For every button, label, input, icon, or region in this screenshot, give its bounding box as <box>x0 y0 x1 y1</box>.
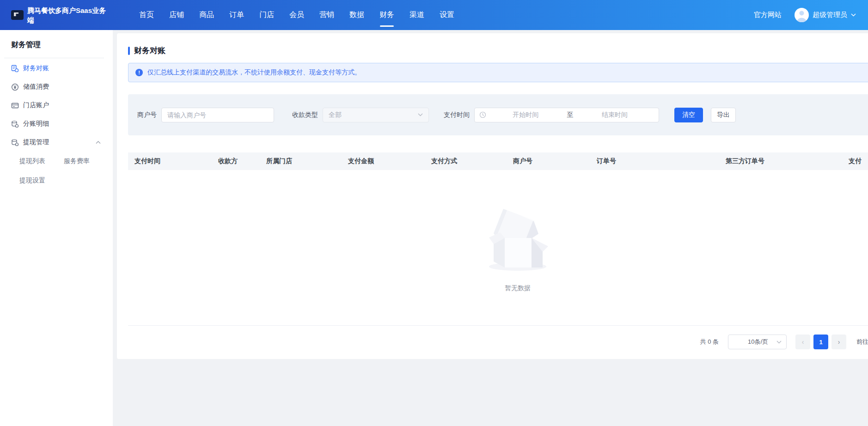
col-store: 所属门店 <box>260 157 342 165</box>
nav-item-product[interactable]: 商品 <box>199 0 214 30</box>
nav-item-settings[interactable]: 设置 <box>440 0 454 30</box>
info-icon: ! <box>135 69 143 76</box>
table: 支付时间 收款方 所属门店 支付金额 支付方式 商户号 订单号 第三方订单号 支… <box>128 135 868 170</box>
empty-text: 暂无数据 <box>505 284 531 292</box>
divider <box>4 58 104 58</box>
start-time-placeholder[interactable]: 开始时间 <box>486 111 565 119</box>
sidebar-subitem-withdraw-settings[interactable]: 提现设置 <box>19 176 64 185</box>
top-navbar: 腾马餐饮多商户Saas业务端 首页 店铺 商品 订单 门店 会员 营销 数据 财… <box>0 0 868 30</box>
sidebar-item-withdraw[interactable]: 提现管理 <box>0 133 113 152</box>
pay-time-range-picker[interactable]: 开始时间 至 结束时间 <box>474 108 659 122</box>
submenu-row: 提现设置 <box>0 171 113 190</box>
avatar <box>795 8 809 22</box>
col-pay-method: 支付方式 <box>425 157 507 165</box>
submenu-row: 提现列表 服务费率 <box>0 152 113 171</box>
nav-item-store[interactable]: 门店 <box>259 0 274 30</box>
col-amount: 支付金额 <box>342 157 425 165</box>
nav-item-data[interactable]: 数据 <box>349 0 364 30</box>
nav-item-shop[interactable]: 店铺 <box>169 0 184 30</box>
pagination-total: 共 0 条 <box>700 338 719 346</box>
export-button[interactable]: 导出 <box>711 108 736 122</box>
goto-label: 前往 <box>856 338 868 346</box>
sidebar-subitem-service-rate[interactable]: 服务费率 <box>64 157 108 165</box>
type-label: 收款类型 <box>292 111 318 119</box>
pagination: 共 0 条 10条/页 ‹ 1 › 前往 页 <box>128 326 868 358</box>
navbar-right: 官方网站 超级管理员 <box>754 0 856 30</box>
page-size-select[interactable]: 10条/页 <box>728 335 787 349</box>
col-merchant-no: 商户号 <box>507 157 590 165</box>
col-third-party-order-no: 第三方订单号 <box>719 157 842 165</box>
sidebar-item-reconciliation[interactable]: 财务对账 <box>0 59 113 78</box>
page-title-row: 财务对账 <box>128 45 868 56</box>
chevron-up-icon <box>96 141 101 144</box>
yen-circle-icon <box>11 83 19 91</box>
prev-page-button[interactable]: ‹ <box>795 335 810 349</box>
table-header-row: 支付时间 收款方 所属门店 支付金额 支付方式 商户号 订单号 第三方订单号 支… <box>128 152 868 170</box>
main-nav: 首页 店铺 商品 订单 门店 会员 营销 数据 财务 渠道 设置 <box>139 0 454 30</box>
official-site-link[interactable]: 官方网站 <box>754 11 782 19</box>
app-title: 腾马餐饮多商户Saas业务端 <box>27 6 113 25</box>
sidebar-item-label: 分账明细 <box>23 120 49 128</box>
sidebar-item-label: 门店账户 <box>23 101 49 110</box>
col-payee: 收款方 <box>212 157 260 165</box>
nav-item-finance[interactable]: 财务 <box>379 0 394 30</box>
nav-item-order[interactable]: 订单 <box>229 0 244 30</box>
bank-card-icon <box>11 102 19 110</box>
chevron-down-icon <box>851 13 856 17</box>
sidebar-title: 财务管理 <box>0 40 113 50</box>
nav-item-member[interactable]: 会员 <box>289 0 304 30</box>
page-title: 财务对账 <box>134 45 165 56</box>
range-separator: 至 <box>565 111 575 119</box>
end-time-placeholder[interactable]: 结束时间 <box>575 111 654 119</box>
table-empty-state: 暂无数据 <box>128 170 868 326</box>
sidebar-item-stored-value[interactable]: 储值消费 <box>0 78 113 96</box>
filter-panel: 商户号 收款类型 全部 支付时间 开始时间 至 <box>128 94 868 135</box>
sidebar-item-split-detail[interactable]: 分账明细 <box>0 115 113 133</box>
next-page-button[interactable]: › <box>831 335 846 349</box>
merchant-label: 商户号 <box>137 111 157 119</box>
coins-icon <box>11 120 19 128</box>
merchant-input[interactable] <box>161 108 274 122</box>
person-icon <box>795 8 809 22</box>
page-size-value: 10条/页 <box>740 338 776 346</box>
time-label: 支付时间 <box>444 111 470 119</box>
coins-icon <box>11 139 19 146</box>
chevron-down-icon <box>418 113 423 116</box>
nav-item-channel[interactable]: 渠道 <box>410 0 424 30</box>
sidebar: 财务管理 财务对账 储值消费 门店账户 <box>0 30 113 426</box>
main-content: 财务对账 ! 仅汇总线上支付渠道的交易流水，不统计使用余额支付、现金支付等方式。… <box>113 30 868 426</box>
sidebar-item-label: 提现管理 <box>23 138 49 146</box>
type-select-value: 全部 <box>329 111 418 119</box>
sidebar-item-label: 储值消费 <box>23 83 49 91</box>
sidebar-item-label: 财务对账 <box>23 64 49 73</box>
nav-item-home[interactable]: 首页 <box>139 0 154 30</box>
user-name: 超级管理员 <box>813 11 847 19</box>
clear-button[interactable]: 清空 <box>674 108 703 122</box>
content-card: 财务对账 ! 仅汇总线上支付渠道的交易流水，不统计使用余额支付、现金支付等方式。… <box>117 33 868 359</box>
sidebar-item-store-account[interactable]: 门店账户 <box>0 96 113 115</box>
chevron-down-icon <box>776 341 782 344</box>
col-pay-status-truncated: 支付 <box>842 157 868 165</box>
logo-icon <box>11 10 24 20</box>
title-accent-bar <box>128 47 130 55</box>
col-pay-time: 支付时间 <box>128 157 212 165</box>
page-number-1[interactable]: 1 <box>813 335 828 349</box>
app-logo: 腾马餐饮多商户Saas业务端 <box>11 0 121 30</box>
info-alert: ! 仅汇总线上支付渠道的交易流水，不统计使用余额支付、现金支付等方式。 <box>128 63 868 82</box>
user-menu[interactable]: 超级管理员 <box>795 8 856 22</box>
clock-icon <box>479 111 486 118</box>
type-select[interactable]: 全部 <box>323 108 429 122</box>
ledger-coins-icon <box>11 65 19 73</box>
sidebar-subitem-withdraw-list[interactable]: 提现列表 <box>19 157 64 165</box>
empty-box-illustration <box>481 203 555 272</box>
col-order-no: 订单号 <box>590 157 719 165</box>
nav-item-marketing[interactable]: 营销 <box>319 0 334 30</box>
alert-text: 仅汇总线上支付渠道的交易流水，不统计使用余额支付、现金支付等方式。 <box>147 68 361 77</box>
